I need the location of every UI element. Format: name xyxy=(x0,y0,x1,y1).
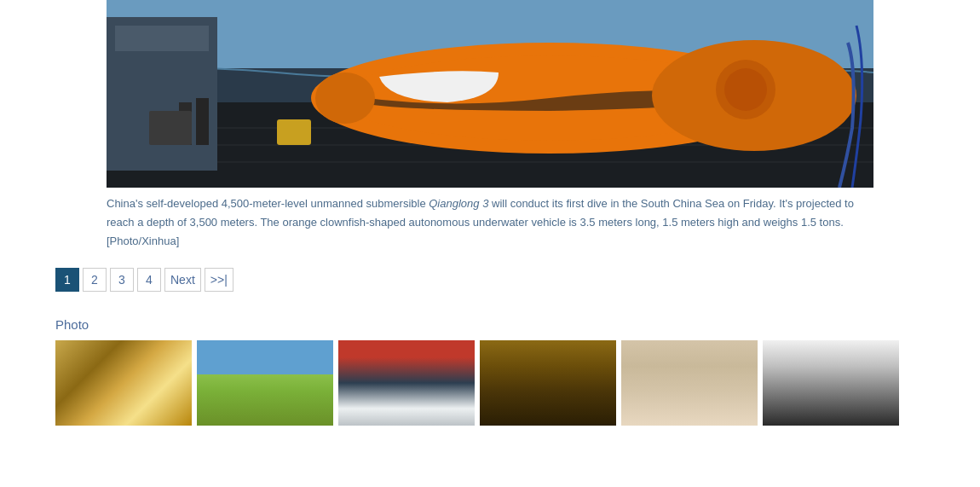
photo-section: Photo xyxy=(0,317,980,426)
svg-rect-17 xyxy=(149,111,192,145)
photo-grid xyxy=(55,340,963,426)
svg-rect-16 xyxy=(277,119,311,145)
caption-italic: Qianglong 3 xyxy=(429,197,488,210)
page-1[interactable]: 1 xyxy=(55,268,79,292)
svg-point-11 xyxy=(315,72,375,124)
svg-rect-13 xyxy=(115,26,209,51)
image-caption: China's self-developed 4,500-meter-level… xyxy=(107,194,873,251)
page-2[interactable]: 2 xyxy=(83,268,107,292)
article-image-wrapper xyxy=(0,0,980,188)
next-button[interactable]: Next xyxy=(164,268,201,292)
page-3[interactable]: 3 xyxy=(110,268,134,292)
svg-point-10 xyxy=(724,68,767,111)
pagination: 1 2 3 4 Next >>| xyxy=(55,268,980,292)
article-main-image xyxy=(107,0,873,188)
svg-rect-15 xyxy=(196,98,209,145)
photo-thumb-3[interactable] xyxy=(338,340,475,426)
photo-thumb-6[interactable] xyxy=(763,340,899,426)
photo-thumb-5[interactable] xyxy=(621,340,758,426)
page-4[interactable]: 4 xyxy=(137,268,161,292)
photo-thumb-4[interactable] xyxy=(480,340,616,426)
caption-text-before: China's self-developed 4,500-meter-level… xyxy=(107,197,429,210)
photo-thumb-2[interactable] xyxy=(197,340,333,426)
photo-thumb-1[interactable] xyxy=(55,340,192,426)
photo-label: Photo xyxy=(55,317,963,332)
last-button[interactable]: >>| xyxy=(205,268,233,292)
